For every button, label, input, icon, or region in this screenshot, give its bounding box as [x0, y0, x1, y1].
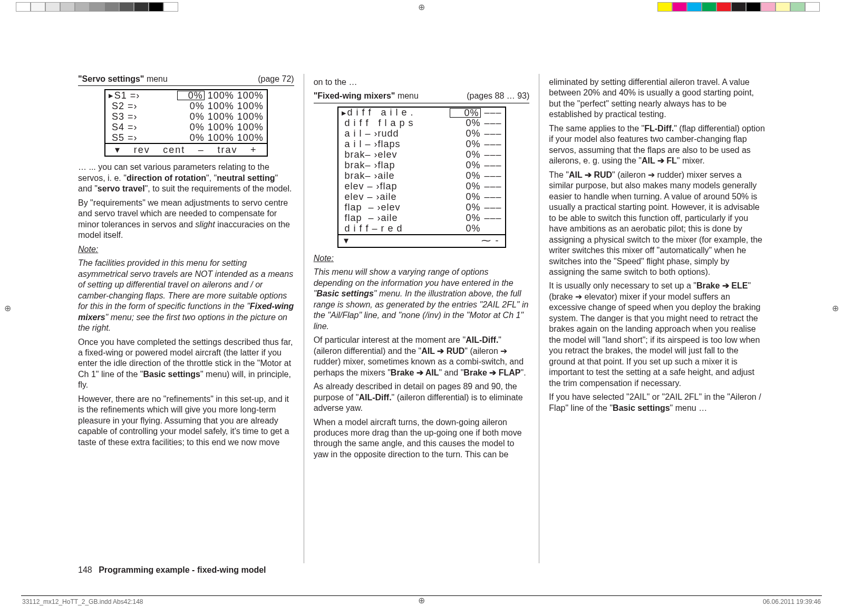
swatch: [16, 2, 31, 12]
screen-row: d i f f f l a p s0% –––: [338, 118, 505, 129]
para: When a model aircraft turns, the down-go…: [314, 417, 530, 460]
swatch: [163, 2, 178, 12]
mixer-menu-heading: "Fixed-wing mixers" menu (pages 88 … 93): [314, 91, 530, 103]
screen-footer: ▾⁓ -: [338, 234, 505, 247]
section-title: Programming example - fixed-wing model: [99, 565, 266, 574]
swatch: [702, 2, 716, 12]
grayscale-bar: [16, 2, 178, 12]
para: Once you have completed the settings des…: [78, 337, 294, 391]
page-ref: (page 72): [258, 74, 294, 84]
para: eliminated by setting differential ailer…: [549, 77, 765, 120]
screen-row: ▶d i f f a i l e . 0% –––: [338, 108, 505, 118]
screen-row: ▶S1 =› 0% 100% 100%: [105, 90, 267, 101]
swatch: [687, 2, 702, 12]
note-body: This menu will show a varying range of o…: [314, 267, 530, 332]
column-2: on to the … "Fixed-wing mixers" menu (pa…: [304, 74, 539, 563]
note-heading: Note:: [78, 244, 294, 255]
screen-footer: ▾revcent–trav+: [105, 143, 267, 156]
para: The same applies to the "FL-Diff." (flap…: [549, 123, 765, 167]
menu-name: "Servo settings": [78, 74, 144, 83]
screen-row: elev – ›aile0% –––: [338, 192, 505, 203]
screen-row: brak– ›flap0% –––: [338, 160, 505, 171]
para: … ... you can set various parameters rel…: [78, 162, 294, 194]
page-ref: (pages 88 … 93): [467, 91, 529, 101]
swatch: [119, 2, 134, 12]
servo-screen: ▶S1 =› 0% 100% 100% S2 =›0% 100% 100% S3…: [104, 89, 268, 157]
swatch: [104, 2, 119, 12]
registration-mark-left: ⊕: [4, 303, 11, 313]
page-number: 148: [78, 565, 92, 574]
menu-word: menu: [395, 91, 418, 100]
swatch: [657, 2, 672, 12]
screen-row: brak– ›elev0% –––: [338, 150, 505, 160]
swatch: [31, 2, 45, 12]
screen-row: S4 =›0% 100% 100%: [105, 122, 267, 132]
para: As already described in detail on pages …: [314, 381, 530, 413]
screen-row: elev – ›flap0% –––: [338, 181, 505, 192]
para: The "AIL ➔ RUD" (aileron ➔ rudder) mixer…: [549, 170, 765, 278]
para: Of particular interest at the moment are…: [314, 335, 530, 378]
swatch: [805, 2, 820, 12]
menu-word: menu: [144, 74, 167, 83]
menu-name: "Fixed-wing mixers": [314, 91, 395, 100]
screen-row: S3 =›0% 100% 100%: [105, 111, 267, 122]
continuation: on to the …: [314, 77, 530, 88]
column-3: eliminated by setting differential ailer…: [539, 74, 774, 563]
para: By "requirements" we mean adjustments to…: [78, 198, 294, 241]
swatch: [60, 2, 75, 12]
mixer-screen: ▶d i f f a i l e . 0% ––– d i f f f l a …: [337, 107, 506, 248]
note-body: The facilities provided in this menu for…: [78, 258, 294, 333]
screen-row: flap – ›aile0% –––: [338, 213, 505, 224]
swatch: [716, 2, 731, 12]
screen-row: S5 =›0% 100% 100%: [105, 132, 267, 143]
screen-row: d i f f – r e d0%: [338, 224, 505, 234]
swatch: [134, 2, 149, 12]
color-bar: [657, 2, 820, 12]
swatch: [746, 2, 761, 12]
page-footer: 148 Programming example - fixed-wing mod…: [78, 565, 266, 575]
para: It is usually only necessary to set up a…: [549, 281, 765, 389]
swatch: [672, 2, 687, 12]
registration-mark-top: ⊕: [418, 2, 425, 12]
screen-row: S2 =›0% 100% 100%: [105, 101, 267, 111]
swatch: [731, 2, 746, 12]
swatch: [90, 2, 104, 12]
meta-file: 33112_mx12_HoTT_2_GB.indd Abs42:148: [22, 598, 143, 605]
screen-row: brak– ›aile0% –––: [338, 171, 505, 181]
para: If you have selected "2AIL" or "2AIL 2FL…: [549, 392, 765, 413]
screen-row: a i l – ›flaps0% –––: [338, 139, 505, 150]
swatch: [149, 2, 163, 12]
screen-row: a i l – ›rudd0% –––: [338, 129, 505, 139]
swatch: [75, 2, 90, 12]
meta-date: 06.06.2011 19:39:46: [763, 598, 821, 605]
para: However, there are no "refinements" in t…: [78, 394, 294, 448]
screen-row: flap – ›elev0% –––: [338, 203, 505, 213]
swatch: [45, 2, 60, 12]
column-1: "Servo settings" menu (page 72) ▶S1 =› 0…: [69, 74, 304, 563]
registration-mark-right: ⊕: [832, 303, 839, 313]
note-heading: Note:: [314, 253, 530, 264]
swatch: [790, 2, 805, 12]
doc-meta: 33112_mx12_HoTT_2_GB.indd Abs42:148 06.0…: [21, 595, 822, 608]
page-content: "Servo settings" menu (page 72) ▶S1 =› 0…: [69, 74, 774, 563]
swatch: [761, 2, 776, 12]
swatch: [776, 2, 790, 12]
servo-menu-heading: "Servo settings" menu (page 72): [78, 74, 294, 86]
